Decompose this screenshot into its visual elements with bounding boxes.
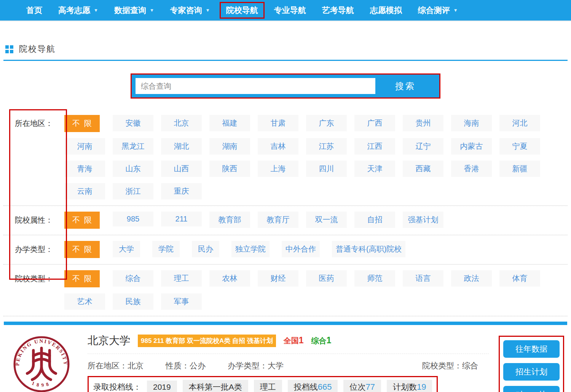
filter-option[interactable]: 艺术: [64, 293, 105, 310]
nav-item[interactable]: 志愿模拟: [364, 2, 408, 19]
admission-batch-chip[interactable]: 本科第一批A类: [183, 380, 248, 392]
type-info: 办学类型：大学: [228, 360, 284, 371]
filter-option[interactable]: 医药: [306, 270, 347, 287]
filter-option[interactable]: 中外合作: [282, 241, 320, 257]
filter-option[interactable]: 安徽: [113, 115, 153, 131]
filter-option[interactable]: 浙江: [113, 183, 153, 199]
filter-option[interactable]: 河南: [64, 138, 105, 155]
filter-any-button[interactable]: 不 限: [64, 212, 100, 229]
filter-option[interactable]: 大学: [113, 241, 140, 257]
filter-option[interactable]: 湖北: [161, 138, 202, 155]
filter-option[interactable]: 贵州: [403, 115, 443, 131]
filter-option[interactable]: 宁夏: [499, 138, 540, 155]
compare-button[interactable]: 对 比: [503, 386, 560, 392]
section-divider: [4, 322, 567, 325]
filter-option[interactable]: 强基计划: [403, 212, 443, 228]
chevron-down-icon: ▼: [150, 8, 154, 13]
page-title: 院校导航: [19, 43, 56, 55]
action-buttons-box: 往年数据 招生计划 对 比: [499, 336, 564, 392]
filter-options: 不 限 综合理工农林财经医药师范语言政法体育艺术民族军事: [64, 270, 568, 310]
region-info: 所在地区：北京: [88, 360, 144, 371]
filter-option[interactable]: 独立学院: [231, 241, 270, 257]
filter-option[interactable]: 综合: [113, 270, 153, 287]
filter-label: 办学类型：: [3, 241, 64, 258]
filter-option[interactable]: 陕西: [209, 161, 250, 177]
filter-option[interactable]: 内蒙古: [451, 138, 492, 155]
college-name[interactable]: 北京大学: [88, 333, 130, 348]
filter-option[interactable]: 湖南: [209, 138, 250, 155]
filter-option[interactable]: 山东: [113, 161, 153, 177]
nav-item[interactable]: 首页: [20, 2, 49, 19]
filter-any-button[interactable]: 不 限: [64, 115, 100, 132]
nav-item[interactable]: 高考志愿▼: [52, 2, 105, 19]
nav-item[interactable]: 综合测评▼: [412, 2, 464, 19]
filter-option[interactable]: 山西: [161, 161, 202, 177]
filter-option[interactable]: 师范: [354, 270, 395, 287]
nav-item[interactable]: 专业导航: [268, 2, 313, 19]
filter-option[interactable]: 甘肃: [258, 115, 298, 131]
filter-option[interactable]: 学院: [152, 241, 180, 257]
filter-any-button[interactable]: 不 限: [64, 241, 100, 258]
filter-option[interactable]: 天津: [354, 161, 395, 177]
filter-option[interactable]: 福建: [209, 115, 250, 131]
filter-any-button[interactable]: 不 限: [64, 270, 100, 287]
admission-plan-chip: 计划数19: [387, 380, 432, 392]
nav-item-label: 专业导航: [274, 5, 306, 16]
filter-option[interactable]: 自招: [354, 212, 395, 228]
filter-option[interactable]: 云南: [64, 183, 105, 199]
filter-option[interactable]: 西藏: [403, 161, 443, 177]
filter-option[interactable]: 体育: [499, 270, 540, 287]
filter-option[interactable]: 海南: [451, 115, 492, 131]
filter-option[interactable]: 民办: [192, 241, 219, 257]
filter-label: 院校类型：: [3, 270, 64, 310]
nav-item[interactable]: 数据查询▼: [108, 2, 161, 19]
nav-item-label: 专家咨询: [170, 5, 202, 16]
nav-item-current[interactable]: 院校导航: [220, 2, 265, 19]
enrollment-plan-button[interactable]: 招生计划: [503, 363, 560, 381]
filter-option[interactable]: 理工: [161, 270, 202, 287]
filter-option[interactable]: 黑龙江: [113, 138, 153, 155]
admission-line-chip: 投档线665: [288, 380, 338, 392]
filter-option[interactable]: 985: [113, 212, 153, 226]
filter-option[interactable]: 北京: [161, 115, 202, 131]
filter-option[interactable]: 香港: [451, 161, 492, 177]
filter-option[interactable]: 政法: [451, 270, 492, 287]
filter-option[interactable]: 211: [161, 212, 202, 226]
filter-option[interactable]: 双一流: [306, 212, 347, 228]
filter-option[interactable]: 辽宁: [403, 138, 443, 155]
peking-university-logo: PEKING UNIVERSITY 1898: [12, 335, 71, 392]
filter-option[interactable]: 新疆: [499, 161, 540, 177]
filter-option[interactable]: 民族: [113, 293, 153, 310]
filter-option[interactable]: 重庆: [161, 183, 202, 199]
history-data-button[interactable]: 往年数据: [503, 340, 560, 358]
filter-option[interactable]: 普通专科(高职)院校: [332, 241, 405, 257]
filter-option[interactable]: 军事: [161, 293, 202, 310]
filter-option[interactable]: 广西: [354, 115, 395, 131]
filter-option[interactable]: 教育部: [209, 212, 250, 228]
admission-line-row: 录取投档线： 2019 本科第一批A类 理工 投档线665 位次77 计划数19: [88, 376, 438, 392]
nav-item-label: 综合测评: [418, 5, 450, 16]
filter-option[interactable]: 财经: [258, 270, 298, 287]
chevron-down-icon: ▼: [453, 8, 458, 13]
filter-group-category: 院校类型： 不 限 综合理工农林财经医药师范语言政法体育艺术民族军事: [3, 265, 568, 316]
filter-option[interactable]: 河北: [499, 115, 540, 131]
filter-option[interactable]: 江西: [354, 138, 395, 155]
college-info-row: 所在地区：北京 性质：公办 办学类型：大学 院校类型：综合: [88, 360, 489, 371]
filter-label: 所在地区：: [3, 115, 64, 199]
nav-item[interactable]: 专家咨询▼: [164, 2, 217, 19]
filter-option[interactable]: 四川: [306, 161, 347, 177]
filter-option[interactable]: 吉林: [258, 138, 298, 155]
admission-year-chip[interactable]: 2019: [147, 381, 177, 392]
filter-option[interactable]: 农林: [209, 270, 250, 287]
search-input[interactable]: [136, 78, 375, 94]
filter-option[interactable]: 上海: [258, 161, 298, 177]
national-rank: 全国1: [284, 335, 304, 346]
filter-option[interactable]: 江苏: [306, 138, 347, 155]
search-button[interactable]: 搜索: [375, 78, 435, 94]
filter-option[interactable]: 语言: [403, 270, 443, 287]
filter-option[interactable]: 教育厅: [258, 212, 298, 228]
admission-track-chip[interactable]: 理工: [254, 380, 282, 392]
nav-item[interactable]: 艺考导航: [316, 2, 360, 19]
filter-option[interactable]: 青海: [64, 161, 105, 177]
filter-option[interactable]: 广东: [306, 115, 347, 131]
